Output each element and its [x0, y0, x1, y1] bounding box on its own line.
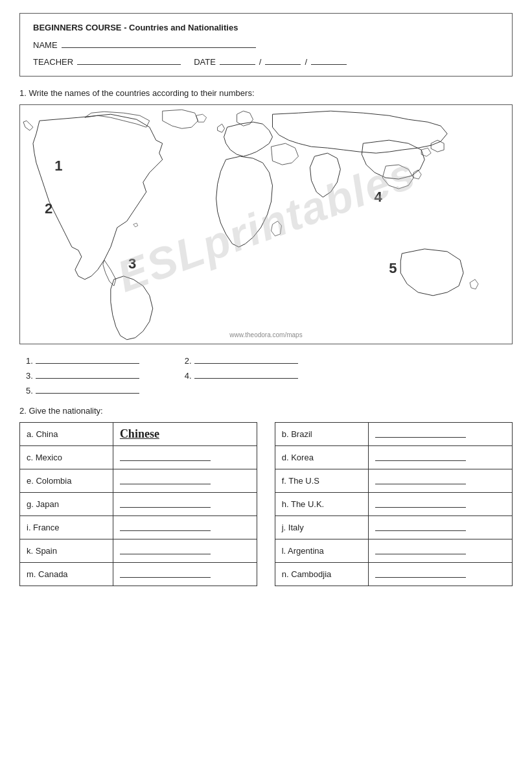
country-cell-left-5: k. Spain: [20, 539, 113, 563]
name-label: NAME: [33, 38, 58, 53]
country-cell-right-2: f. The U.S: [275, 469, 368, 493]
nationality-table: a. ChinaChineseb. Brazilc. Mexicod. Kore…: [19, 422, 513, 586]
header-box: BEGINNERS COURSE - Countries and Nationa…: [19, 13, 513, 77]
china-answer-text: Chinese: [120, 427, 159, 440]
country-cell-right-1: d. Korea: [275, 446, 368, 469]
map-number-3: 3: [128, 255, 136, 272]
map-credit: www.theodora.com/maps: [229, 331, 302, 338]
answer-line-left-2[interactable]: [120, 475, 211, 484]
date-field-month[interactable]: [265, 54, 301, 65]
answer-line-left-6[interactable]: [120, 569, 211, 578]
spacer: [257, 493, 275, 516]
answer-line-left-5[interactable]: [120, 545, 211, 554]
map-answer-label-1: 1.: [26, 356, 33, 366]
answer-line-left-1[interactable]: [120, 452, 211, 461]
answer-cell-right-5[interactable]: [368, 539, 512, 563]
spacer: [257, 563, 275, 586]
section1-instruction: 1. Write the names of the countries acco…: [19, 88, 513, 98]
map-number-4: 4: [374, 189, 382, 206]
answer-cell-right-6[interactable]: [368, 563, 512, 586]
country-cell-left-4: i. France: [20, 516, 113, 539]
map-number-2: 2: [45, 200, 52, 217]
map-svg: [20, 105, 512, 344]
answer-cell-left-2[interactable]: [113, 469, 257, 493]
map-answer-field-3[interactable]: [36, 368, 139, 379]
map-answer-field-2[interactable]: [194, 353, 298, 364]
country-cell-right-3: h. The U.K.: [275, 493, 368, 516]
map-answers: 1. 2. 3. 4. 5.: [19, 353, 513, 396]
answer-cell-left-6[interactable]: [113, 563, 257, 586]
map-answer-field-1[interactable]: [36, 353, 139, 364]
answer-cell-left-4[interactable]: [113, 516, 257, 539]
answer-line-left-3[interactable]: [120, 499, 211, 508]
answer-cell-left-5[interactable]: [113, 539, 257, 563]
country-cell-left-0: a. China: [20, 423, 113, 446]
answer-line-left-4[interactable]: [120, 522, 211, 531]
country-cell-right-5: l. Argentina: [275, 539, 368, 563]
answer-line-right-2[interactable]: [375, 475, 466, 484]
answer-line-right-0[interactable]: [375, 429, 466, 438]
answer-line-right-4[interactable]: [375, 522, 466, 531]
answer-line-right-6[interactable]: [375, 569, 466, 578]
answer-cell-right-4[interactable]: [368, 516, 512, 539]
spacer: [257, 469, 275, 493]
country-cell-left-1: c. Mexico: [20, 446, 113, 469]
section2-instruction: 2. Give the nationality:: [19, 406, 513, 416]
spacer: [257, 516, 275, 539]
map-answer-label-2: 2.: [185, 356, 192, 366]
country-cell-left-3: g. Japan: [20, 493, 113, 516]
spacer: [257, 446, 275, 469]
answer-line-right-3[interactable]: [375, 499, 466, 508]
teacher-field[interactable]: [77, 54, 181, 65]
date-field-year[interactable]: [311, 54, 347, 65]
map-answer-label-4: 4.: [185, 371, 192, 381]
country-cell-left-6: m. Canada: [20, 563, 113, 586]
answer-cell-right-1[interactable]: [368, 446, 512, 469]
map-number-1: 1: [54, 158, 62, 174]
teacher-label: TEACHER: [33, 54, 73, 69]
spacer: [257, 423, 275, 446]
world-map: 1 2 3 4 5 ESLprintables www.theodora.com…: [19, 104, 513, 344]
answer-cell-left-0[interactable]: Chinese: [113, 423, 257, 446]
spacer: [257, 539, 275, 563]
answer-cell-left-3[interactable]: [113, 493, 257, 516]
answer-cell-right-0[interactable]: [368, 423, 512, 446]
map-answer-label-5: 5.: [26, 386, 33, 396]
map-number-5: 5: [389, 260, 397, 277]
map-answer-field-5[interactable]: [36, 383, 139, 394]
country-cell-right-4: j. Italy: [275, 516, 368, 539]
name-field[interactable]: [62, 38, 256, 48]
header-title: BEGINNERS COURSE - Countries and Nationa…: [33, 20, 238, 35]
date-field-day[interactable]: [220, 54, 255, 65]
map-answer-field-4[interactable]: [194, 368, 298, 379]
country-cell-right-6: n. Cambodjia: [275, 563, 368, 586]
answer-cell-right-3[interactable]: [368, 493, 512, 516]
answer-line-right-1[interactable]: [375, 452, 466, 461]
date-label: DATE: [194, 54, 216, 69]
answer-cell-right-2[interactable]: [368, 469, 512, 493]
country-cell-left-2: e. Colombia: [20, 469, 113, 493]
answer-line-right-5[interactable]: [375, 545, 466, 554]
country-cell-right-0: b. Brazil: [275, 423, 368, 446]
answer-cell-left-1[interactable]: [113, 446, 257, 469]
map-answer-label-3: 3.: [26, 371, 33, 381]
